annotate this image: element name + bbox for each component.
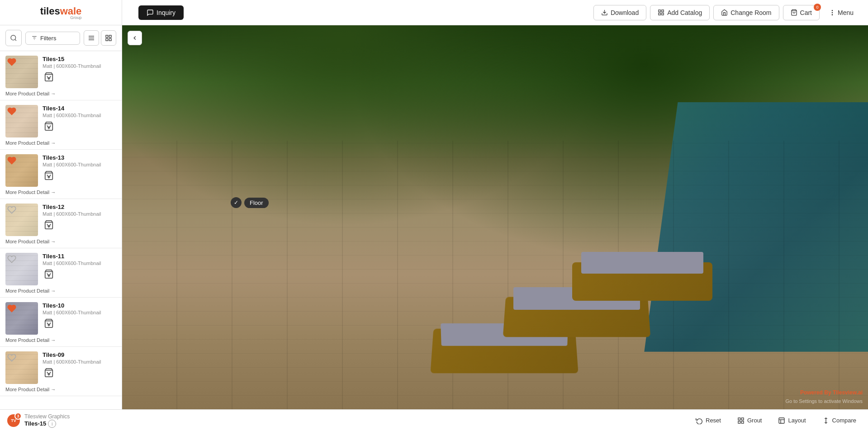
menu-icon	[829, 9, 836, 16]
grout-label: Grout	[747, 417, 762, 424]
tile-spec: Matt | 600X600-Thumbnail	[43, 113, 116, 118]
svg-point-6	[832, 10, 832, 10]
menu-button[interactable]: Menu	[823, 5, 859, 20]
floor-check-icon: ✓	[231, 197, 242, 208]
favorite-icon[interactable]	[7, 156, 16, 165]
add-to-cart-icon[interactable]	[43, 218, 55, 231]
view-toggle	[84, 30, 116, 46]
tile-item-tiles-12[interactable]: Tiles-12 Matt | 600X600-Thumbnail More P…	[0, 199, 122, 248]
favorite-icon[interactable]	[7, 255, 16, 264]
add-to-cart-icon[interactable]	[43, 120, 55, 133]
favorite-icon[interactable]	[7, 304, 16, 313]
grid-icon	[105, 34, 112, 42]
tile-spec: Matt | 600X600-Thumbnail	[43, 63, 116, 69]
favorite-icon[interactable]	[7, 353, 16, 362]
more-detail-link[interactable]: More Product Detail →	[5, 384, 116, 396]
favorite-icon[interactable]	[7, 57, 16, 66]
add-to-cart-icon[interactable]	[43, 268, 55, 280]
svg-rect-18	[109, 35, 111, 38]
tilesview-label: Tilesview Graphics Tiles-15 i	[24, 413, 70, 428]
filter-button[interactable]: Filters	[25, 32, 80, 45]
tilesview-graphics: Tilesview Graphics	[24, 413, 70, 420]
svg-rect-3	[662, 13, 664, 15]
more-detail-link[interactable]: More Product Detail →	[5, 285, 116, 297]
tile-item-tiles-09[interactable]: Tiles-09 Matt | 600X600-Thumbnail More P…	[0, 347, 122, 396]
floor-overlay	[122, 141, 868, 409]
svg-rect-45	[741, 421, 744, 423]
tile-item-tiles-14[interactable]: Tiles-14 Matt | 600X600-Thumbnail More P…	[0, 100, 122, 150]
tile-name: Tiles-14	[43, 105, 116, 112]
tile-info: Tiles-13 Matt | 600X600-Thumbnail	[43, 154, 116, 182]
list-view-button[interactable]	[84, 30, 99, 46]
tile-item-tiles-10[interactable]: Tiles-10 Matt | 600X600-Thumbnail More P…	[0, 298, 122, 347]
svg-rect-19	[106, 38, 108, 41]
tile-item-tiles-13[interactable]: Tiles-13 Matt | 600X600-Thumbnail More P…	[0, 150, 122, 199]
tile-thumbnail	[5, 253, 38, 285]
search-icon	[10, 34, 17, 42]
search-button[interactable]	[5, 30, 22, 46]
cart-button[interactable]: Cart 0	[783, 5, 820, 20]
more-detail-link[interactable]: More Product Detail →	[5, 187, 116, 199]
tile-list: Tiles-15 Matt | 600X600-Thumbnail More P…	[0, 51, 122, 396]
inquiry-icon	[147, 9, 154, 16]
reset-button[interactable]: Reset	[691, 414, 726, 427]
tile-name: Tiles-15	[43, 56, 116, 62]
change-room-label: Change Room	[730, 9, 771, 16]
add-to-cart-icon[interactable]	[43, 169, 55, 182]
grid-view-button[interactable]	[101, 30, 116, 46]
add-to-cart-icon[interactable]	[43, 366, 55, 379]
svg-rect-17	[106, 35, 108, 38]
tile-info: Tiles-09 Matt | 600X600-Thumbnail	[43, 351, 116, 379]
download-button[interactable]: Download	[593, 5, 646, 20]
tile-row: Tiles-09 Matt | 600X600-Thumbnail	[5, 351, 116, 384]
room-image: ✓ Floor Powered By Tilesview.ai Go to Se…	[122, 25, 868, 409]
layout-button[interactable]: Layout	[773, 414, 810, 427]
favorite-icon[interactable]	[7, 107, 16, 116]
tile-spec: Matt | 600X600-Thumbnail	[43, 310, 116, 315]
list-icon	[88, 34, 95, 42]
reset-label: Reset	[706, 417, 721, 424]
tile-item-tiles-11[interactable]: Tiles-11 Matt | 600X600-Thumbnail More P…	[0, 248, 122, 298]
floor-badge[interactable]: ✓ Floor	[231, 197, 269, 208]
tile-name: Tiles-09	[43, 351, 116, 358]
add-to-cart-icon[interactable]	[43, 317, 55, 330]
filter-icon	[31, 35, 38, 41]
cart-label: Cart	[800, 9, 812, 16]
grout-button[interactable]: Grout	[733, 414, 767, 427]
tile-thumbnail	[5, 351, 38, 384]
add-to-cart-icon[interactable]	[43, 71, 55, 83]
tile-info: Tiles-11 Matt | 600X600-Thumbnail	[43, 253, 116, 280]
compare-icon	[822, 417, 830, 424]
layout-icon	[778, 417, 785, 424]
more-detail-link[interactable]: More Product Detail →	[5, 88, 116, 100]
svg-point-8	[832, 14, 832, 15]
powered-by: Powered By Tilesview.ai	[800, 389, 863, 396]
cart-icon	[791, 9, 797, 16]
more-detail-link[interactable]: More Product Detail →	[5, 335, 116, 346]
windows-note: Go to Settings to activate Windows	[785, 398, 863, 404]
tile-thumbnail	[5, 105, 38, 137]
more-detail-link[interactable]: More Product Detail →	[5, 137, 116, 149]
tile-spec: Matt | 600X600-Thumbnail	[43, 359, 116, 365]
back-button[interactable]	[128, 31, 142, 45]
tile-info: Tiles-10 Matt | 600X600-Thumbnail	[43, 302, 116, 330]
change-room-button[interactable]: Change Room	[713, 5, 779, 20]
info-icon[interactable]: i	[48, 420, 56, 428]
tile-item-tiles-15[interactable]: Tiles-15 Matt | 600X600-Thumbnail More P…	[0, 51, 122, 100]
back-arrow-icon	[132, 35, 138, 41]
tile-info: Tiles-12 Matt | 600X600-Thumbnail	[43, 204, 116, 231]
svg-rect-46	[779, 418, 784, 423]
more-detail-link[interactable]: More Product Detail →	[5, 236, 116, 248]
favorite-icon[interactable]	[7, 205, 16, 214]
grout-icon	[737, 417, 745, 424]
main-viewer: ✓ Floor Powered By Tilesview.ai Go to Se…	[122, 25, 868, 409]
change-room-icon	[721, 9, 728, 16]
svg-rect-4	[659, 13, 660, 15]
layout-label: Layout	[788, 417, 806, 424]
add-catalog-button[interactable]: Add Catalog	[650, 5, 710, 20]
tile-name: Tiles-13	[43, 154, 116, 161]
sidebar: Filters Til	[0, 25, 122, 409]
compare-button[interactable]: Compare	[818, 414, 861, 427]
inquiry-button[interactable]: Inquiry	[138, 5, 184, 20]
svg-rect-1	[659, 10, 660, 12]
